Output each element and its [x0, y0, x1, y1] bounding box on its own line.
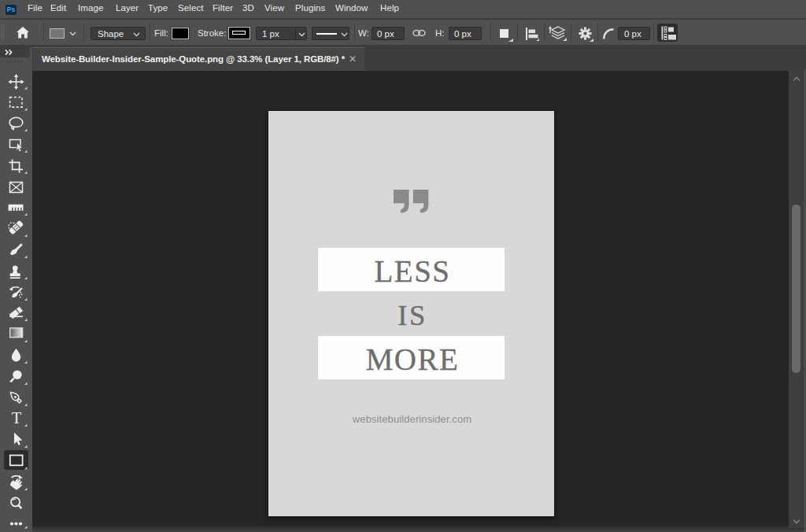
svg-text:T: T	[12, 409, 22, 427]
